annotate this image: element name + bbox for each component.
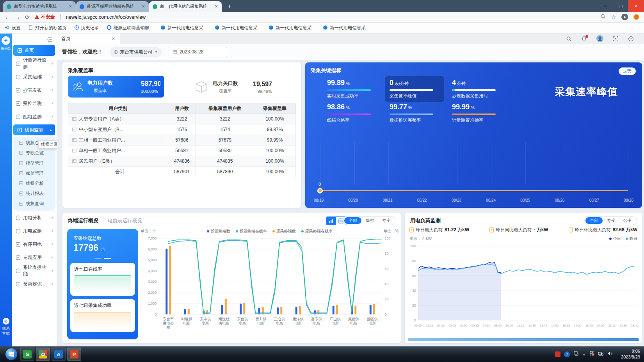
tray-window-icon[interactable] — [573, 351, 579, 358]
submenu-item[interactable]: 线损分析 — [13, 178, 55, 188]
sidebar-item-1[interactable]: 计量运行监测▼ — [12, 57, 57, 70]
network-icon[interactable] — [598, 351, 603, 358]
terminal-summary-stack[interactable]: 应采终端总数 17796 台 近七日在线率 近七日采集成功率 — [67, 229, 138, 339]
legend-item[interactable]: 投运终端在线率 — [236, 229, 267, 234]
collapse-sidebar-icon[interactable] — [47, 37, 53, 44]
maximize-button[interactable]: ▢ — [613, 0, 628, 12]
carousel-dots[interactable] — [70, 258, 135, 259]
tab-close-icon[interactable]: ✕ — [69, 4, 72, 9]
user-avatar[interactable]: 👤 — [596, 35, 603, 42]
minimize-button[interactable]: ─ — [597, 0, 613, 12]
bookmark-item[interactable]: 历史记录 — [74, 25, 99, 31]
new-tab-button[interactable]: + — [224, 1, 235, 11]
bookmark-item[interactable]: 新一代用电信息采... — [215, 25, 262, 31]
page-tab-home[interactable]: 首页 ✕ — [57, 34, 120, 44]
bookmark-star-icon[interactable]: ☆ — [611, 14, 616, 20]
tray-help-icon[interactable]: ? — [564, 351, 570, 357]
reload-icon[interactable]: ⟳ — [25, 14, 30, 20]
legend-item[interactable]: 今日 — [609, 236, 621, 241]
power-users-card[interactable]: 电力用户数 覆盖率 587,901 100.00% — [68, 76, 164, 98]
gateway-count-card[interactable]: 电力关口数 覆盖率 19,597 99.49% — [192, 76, 274, 98]
bookmark-item[interactable]: 设置 — [5, 25, 21, 31]
load-tab-公变[interactable]: 公变 — [620, 217, 635, 224]
bookmark-item[interactable]: 新一代用电信息采... — [269, 25, 315, 31]
profile-avatar[interactable]: ● — [621, 14, 628, 20]
trend-badge[interactable]: 走势 — [619, 67, 636, 75]
action-center-flag-icon[interactable] — [589, 351, 594, 358]
sidebar-item-0[interactable]: 首页 — [13, 45, 55, 56]
filter-集抄[interactable]: 集抄 — [362, 217, 378, 224]
notification-bell-icon[interactable] — [581, 36, 587, 42]
start-button[interactable] — [5, 348, 17, 360]
sidebar-item-5[interactable]: 配电监测▼ — [12, 110, 57, 123]
legend-item[interactable]: 应采终端数 — [272, 229, 296, 234]
submenu-item[interactable]: 赋值管理 — [13, 168, 55, 178]
close-button[interactable]: ✕ — [628, 0, 644, 12]
legend-item[interactable]: 昨日 — [626, 236, 637, 241]
browser-tab[interactable]: 能源互联网营销服务系统✕ — [76, 1, 149, 12]
sidebar-item-10[interactable]: 专题应用▼ — [12, 251, 57, 264]
load-title: 用电负荷监测 — [410, 217, 441, 224]
security-warning[interactable]: 不安全 — [34, 14, 55, 20]
online-rate-card[interactable]: 近七日在线率 — [70, 263, 135, 296]
bookmark-item[interactable]: 能源互联网营销服... — [107, 25, 153, 31]
chart-view-icon[interactable] — [326, 217, 336, 225]
tab-close-icon[interactable]: ✕ — [112, 36, 115, 41]
bookmark-item[interactable]: 新一代用电信息采... — [160, 25, 207, 31]
load-stat: 昨日最大负荷 81.22 万kW — [409, 227, 469, 233]
sidebar-item-12[interactable]: 负荷辨识▼ — [12, 277, 57, 291]
taskbar-ie-icon[interactable]: e — [52, 348, 66, 361]
taskbar-ppt-icon[interactable]: P — [67, 348, 81, 361]
browser-tab[interactable]: 新一代用电信息采集系统✕ — [149, 1, 222, 12]
browser-update-icon[interactable] — [633, 14, 639, 20]
sidebar-item-2[interactable]: 采集运维▼ — [12, 70, 57, 83]
submenu-item[interactable]: 模型管理 — [13, 158, 55, 168]
sidebar-item-7[interactable]: 用电分析▼ — [12, 211, 57, 224]
sidebar-item-8[interactable]: 用电监测▼ — [12, 224, 57, 238]
tray-red-app-icon[interactable] — [555, 351, 560, 357]
table-cell: 三相一般工商业用户... — [68, 135, 168, 146]
contact-button[interactable]: ✆ 联系 方式 — [0, 318, 12, 336]
zoom-icon[interactable] — [600, 14, 606, 20]
search-icon[interactable] — [566, 36, 572, 42]
data-zoom-slider[interactable] — [408, 338, 639, 341]
submenu-item[interactable]: 线损查询 — [13, 199, 55, 209]
submenu-item[interactable]: 统计报表 — [13, 188, 55, 199]
tab-meter-overview[interactable]: 电能表运行概况 — [108, 218, 142, 224]
bookmark-item[interactable]: 新一代用电信息采... — [323, 25, 370, 31]
bookmark-item[interactable]: 打开新的标签页 — [28, 25, 67, 31]
sidebar-item-11[interactable]: 系统支撑功能▼ — [12, 264, 57, 277]
submenu-item[interactable]: 专职总览 — [13, 148, 55, 158]
tray-show-hidden-icon[interactable]: ▲ — [582, 353, 585, 356]
filter-专变[interactable]: 专变 — [379, 217, 394, 224]
load-tab-全部[interactable]: 全部 — [585, 217, 603, 224]
tab-terminal-overview[interactable]: 终端运行概况 — [68, 217, 98, 224]
tab-close-icon[interactable]: ✕ — [215, 4, 218, 9]
collect-success-card[interactable]: 近七日采集成功率 — [70, 299, 135, 332]
chevron-down-icon: ▼ — [51, 229, 54, 233]
browser-tab[interactable]: 新型电力负荷管理系统✕ — [3, 1, 76, 12]
forward-icon[interactable]: → — [15, 14, 20, 20]
trend-marker[interactable] — [317, 188, 323, 193]
load-tab-专变[interactable]: 专变 — [603, 217, 619, 224]
tab-close-icon[interactable]: ✕ — [142, 4, 145, 9]
system-support-icon — [16, 268, 21, 273]
back-icon[interactable]: ← — [5, 14, 10, 20]
help-icon[interactable]: ? — [628, 36, 634, 42]
sidebar-item-9[interactable]: 有序用电▼ — [12, 238, 57, 251]
shop-icon — [72, 148, 76, 153]
volume-icon[interactable] — [607, 351, 612, 358]
sidebar-item-4[interactable]: 费控监测▼ — [12, 97, 57, 110]
date-picker[interactable]: 2023-08-28 — [169, 47, 227, 57]
legend-item[interactable]: 投运终端数 — [207, 229, 230, 234]
taskbar-chrome-icon[interactable] — [36, 348, 50, 361]
org-selector[interactable]: 东台市供电公司 ▼ — [110, 47, 162, 57]
legend-item[interactable]: 应采终端在线率 — [301, 229, 333, 234]
sidebar-item-3[interactable]: 抄表发布▼ — [12, 83, 57, 97]
sidebar-item-6[interactable]: 线损监测▲ — [13, 124, 55, 135]
url-text[interactable]: neweic.js.sgcc.com.cn/#/oc/overview — [66, 14, 146, 20]
filter-全部[interactable]: 全部 — [344, 217, 361, 224]
taskbar-clock[interactable]: 9:06 2023/8/29 — [617, 348, 640, 360]
taskbar-wps-icon[interactable]: S — [20, 348, 34, 361]
fullscreen-icon[interactable] — [613, 36, 619, 42]
